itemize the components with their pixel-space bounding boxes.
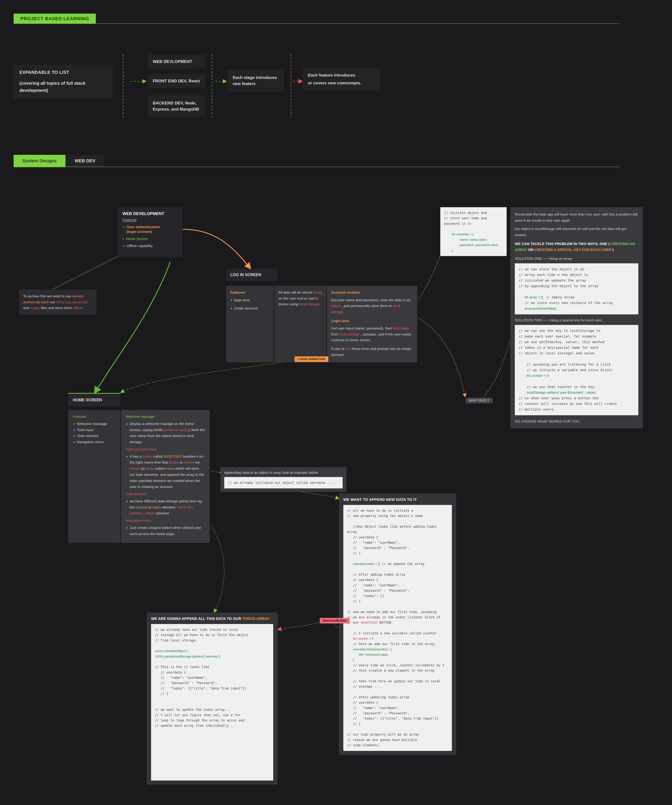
node-stage: Each stage introduces new featers	[228, 70, 284, 92]
mu-p3-b: OR	[528, 248, 534, 251]
offline-pre: To archive this we need to use	[23, 294, 72, 298]
card-title: WEB DEVELOPMENT	[118, 207, 182, 218]
node-stage-label: Each stage introduces new featers	[233, 74, 279, 87]
offline-catch: catch	[41, 300, 49, 304]
intro-line2: (covering all topics of full stack devel…	[20, 80, 107, 94]
ti-array: array	[146, 467, 154, 470]
intro-line1: EXPANDABLE TO LIST	[20, 70, 107, 75]
tab-bar: System DesignsWEB DEV	[14, 155, 104, 167]
card-features-label: Features	[118, 218, 182, 223]
offline-mid3: files and store them	[41, 306, 73, 310]
todos-hd-b: TODOS ARRAY	[242, 616, 269, 621]
login-li1: login area	[234, 297, 269, 303]
te-del: delete	[145, 511, 155, 515]
ti-d: is	[180, 460, 183, 464]
home-f1: Welcome massage	[77, 421, 116, 427]
node-feature-l1: Each feature introduces	[308, 73, 375, 77]
offline-html: html	[56, 300, 63, 304]
mu-p3: WE CAN TACKLE THIS PROBLEM IN TWO WAYS, …	[515, 241, 638, 253]
te-b: or	[148, 505, 153, 509]
ti-clicked: clicked	[183, 460, 194, 464]
tab-web-dev[interactable]: WEB DEV	[66, 155, 104, 167]
home-wm-h: Welcome massage	[126, 415, 205, 419]
mu-s1-h: SOLUTION ONE ---- Using an array:	[515, 256, 638, 262]
lc3-la-body: Get user input (name, password), then fe…	[331, 325, 413, 343]
login-col-details: Account creation Get user name and passw…	[327, 286, 417, 362]
lc3-null: if user is null throw error and prompt u…	[331, 346, 413, 358]
home-col-details: Welcome massage Display a welcome masage…	[121, 410, 210, 543]
node-frontend: FRONT END DEV, React	[148, 74, 205, 88]
node-frontend-label: FRONT END DEV, React	[153, 79, 200, 83]
node-feature-l2: or covers new comcempts.	[308, 80, 375, 85]
login-col-h: Features	[230, 289, 269, 296]
diagram-canvas: PROJECT BASED LEARNING EXPANDABLE TO LIS…	[0, 0, 672, 805]
login-col-storage: All data will be stored localy on the us…	[274, 286, 326, 362]
node-webdev-label: WEB DEVLOPMENT	[153, 59, 200, 64]
append-panel-hd: WE WANT TO APPEND NEW DATA TO IT	[343, 498, 452, 502]
lc2-ls: local storage	[299, 302, 319, 306]
te-e: element	[156, 511, 169, 515]
home-te-h: Todo element	[126, 492, 205, 496]
card-feature-list: User authentication (login sccreen) Home…	[118, 225, 182, 251]
ti-init: initiate	[130, 467, 140, 470]
home-te-body: we have different data-storage points he…	[130, 498, 205, 516]
offline-mid1: to	[36, 300, 41, 304]
home-wm-user: {name of user}	[164, 428, 187, 432]
offline-mid2: our	[50, 300, 56, 304]
node-backend-label: BACKEND DEV, Node, Express, and MangoDB	[153, 100, 200, 112]
panel-todos-array: WE ARE GONNA APPEND ALL THIS DATA TO OUR…	[147, 613, 278, 785]
offline-js: javascript	[72, 300, 87, 304]
ti-a: It has a	[130, 454, 142, 458]
login-col-features: Features login area create account	[226, 286, 274, 362]
lc3-null-word: null	[345, 347, 351, 351]
node-feature: Each feature introduces or covers new co…	[303, 68, 380, 90]
todos-panel-code: // we already have our todo stored in lo…	[151, 624, 273, 780]
header-chip: PROJECT BASED LEARNING	[14, 14, 96, 24]
feature-home: Home Screen	[126, 236, 177, 242]
code-solution2: // we can use the key in localStorage to…	[515, 325, 638, 415]
offline-css: css	[65, 300, 71, 304]
home-f4: Navigation menu	[77, 439, 116, 445]
mu-p3-c: )	[613, 248, 614, 251]
home-wm-body: Display a welcome masage on the home scr…	[130, 421, 205, 445]
mu-p3-r: CREATING A SPECIAL KEY FOR EACH USER	[534, 248, 611, 251]
ti-todos: todos	[165, 467, 174, 470]
lc3-obj: object	[331, 304, 340, 308]
offline-img: image	[30, 306, 40, 310]
te-notes: notes	[153, 505, 161, 509]
mu-p3-a: WE CAN TACKLE THIS PROBLEM IN TWO WAYS, …	[515, 242, 610, 246]
chip-new-todo-button: NewTodoButton	[320, 618, 350, 623]
tab-system-designs[interactable]: System Designs	[14, 155, 66, 167]
ti-f: an	[141, 467, 146, 470]
home-col-features: Features Welcome massage Todo Input Todo…	[68, 410, 120, 543]
ti-b: called	[153, 454, 164, 458]
panel-append-bar: Appending data to an object is easy, loo…	[220, 467, 347, 492]
todos-panel-hd: WE ARE GONNA APPEND ALL THIS DATA TO OUR…	[151, 616, 273, 621]
offline-off: offline	[73, 306, 82, 310]
card-login-columns: Features login area create account All d…	[226, 286, 417, 362]
lc2-locally: localy	[313, 291, 322, 294]
lc3-la-t2: from	[331, 332, 339, 336]
lc3-fetch: fetch data	[393, 326, 409, 330]
ti-newtodo: NEWTODO	[164, 454, 182, 458]
lc3-null-a: if user is	[331, 347, 345, 351]
lc3-acc-t2: , and permanently store them in	[342, 304, 393, 308]
lc3-la-t1: Get user input (name, password), then	[331, 326, 393, 330]
lc3-acc-h: Account creation	[331, 289, 413, 296]
tabs-rule	[14, 167, 619, 167]
home-col-h: Features	[73, 415, 116, 419]
header-rule	[14, 23, 619, 24]
feature-offline: Offline capability	[127, 243, 177, 249]
append-bar-code: // we already initiated our object calle…	[224, 477, 343, 488]
card-home-columns: Features Welcome massage Todo Input Todo…	[68, 410, 210, 543]
home-f3: Todo element	[77, 433, 116, 439]
code-init-object: // initiate object and // store user nam…	[440, 207, 507, 256]
login-li2: create account	[234, 306, 269, 311]
append-panel-code: // all we have to do is initiate a // ne…	[343, 505, 452, 751]
lc3-acc-body: Get user name and password, store the da…	[331, 297, 413, 315]
feature-auth-l1: User authentication	[127, 225, 160, 229]
chip-main-object: MAIN OBJECT	[466, 398, 493, 403]
panel-multi-user: Remember the todo app will have more tha…	[510, 207, 643, 428]
node-webdev: WEB DEVLOPMENT	[148, 54, 205, 69]
append-bar-text: Appending data to an object is easy, loo…	[224, 471, 343, 475]
